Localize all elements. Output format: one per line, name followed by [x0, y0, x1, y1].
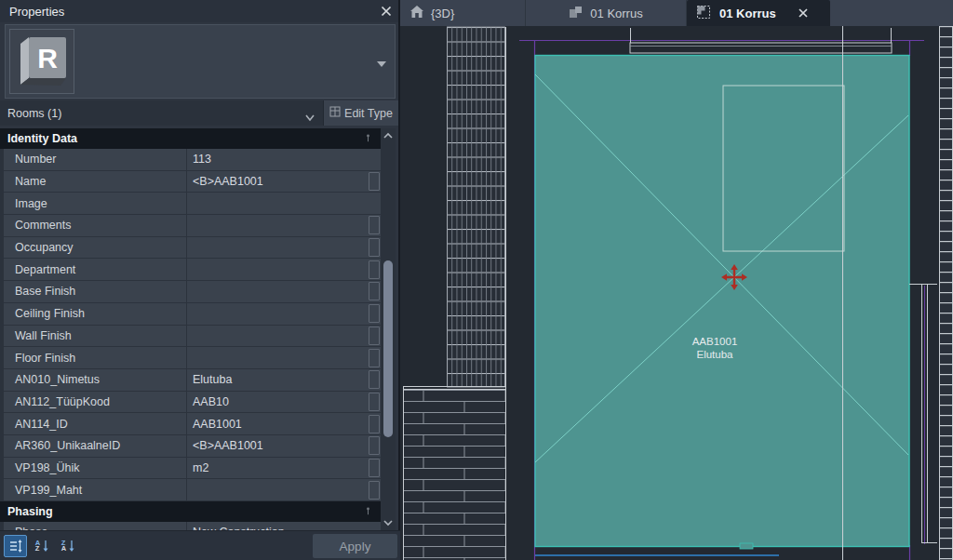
elevation-icon [569, 6, 583, 21]
associate-parameter-box[interactable] [369, 459, 380, 477]
parameter-box-cell [367, 369, 381, 391]
parameter-box-cell [367, 413, 381, 434]
property-row[interactable]: VP198_Ühikm2 [4, 458, 381, 480]
tab-01-korrus-inactive[interactable]: 01 Korrus [526, 0, 687, 26]
close-icon[interactable] [380, 5, 393, 18]
rooms-filter-dropdown[interactable]: Rooms (1) [0, 100, 324, 126]
chevron-down-icon[interactable] [376, 55, 387, 72]
section-header[interactable]: Identity Data [0, 128, 381, 149]
view-tab-bar: {3D} 01 Korrus 01 Korrus [400, 0, 953, 26]
property-label: AN114_ID [4, 413, 187, 434]
section-header[interactable]: Phasing [0, 501, 381, 522]
associate-parameter-box[interactable] [369, 349, 380, 367]
parameter-box-cell [367, 458, 381, 479]
room-region[interactable] [535, 56, 909, 547]
property-value[interactable]: Elutuba [187, 373, 367, 386]
property-label: Department [4, 259, 187, 280]
property-label: VP199_Maht [4, 479, 187, 500]
tab-01-korrus-active[interactable]: 01 Korrus [687, 0, 830, 26]
associate-parameter-box[interactable] [369, 238, 380, 257]
associate-parameter-box[interactable] [369, 393, 380, 411]
associate-parameter-box[interactable] [369, 172, 380, 191]
associate-parameter-box[interactable] [369, 260, 380, 279]
property-label: Occupancy [4, 237, 187, 259]
property-row[interactable]: Name<B>AAB1001 [4, 171, 381, 193]
rooms-filter-label: Rooms (1) [0, 107, 61, 120]
tab-close-icon[interactable] [798, 7, 809, 19]
grid-hatch-wall[interactable] [448, 27, 505, 387]
tab-3d-view[interactable]: {3D} [402, 0, 526, 26]
parameter-box-cell [367, 347, 381, 368]
property-row[interactable]: Base Finish [4, 281, 381, 303]
property-label: Wall Finish [4, 326, 187, 347]
property-value[interactable]: <B>AAB1001 [187, 439, 367, 452]
property-label: AN010_Nimetus [4, 369, 187, 391]
associate-parameter-box[interactable] [369, 282, 380, 300]
parameter-box-cell [367, 281, 381, 302]
associate-parameter-box[interactable] [369, 481, 380, 500]
property-label: AR360_UnikaalneID [4, 435, 187, 457]
parameter-box-cell [367, 303, 381, 325]
associate-parameter-box[interactable] [369, 327, 380, 345]
property-row[interactable]: Ceiling Finish [4, 303, 381, 326]
property-row[interactable]: Department [4, 259, 381, 281]
sort-ascending-button[interactable]: AZ [31, 535, 54, 557]
parameter-box-cell [367, 149, 381, 170]
room-label-name[interactable]: Elutuba [696, 349, 733, 360]
property-row[interactable]: AN010_NimetusElutuba [4, 369, 381, 392]
default-sort-button[interactable] [4, 535, 27, 557]
scroll-down-icon[interactable] [381, 515, 396, 530]
scrollbar-thumb[interactable] [383, 260, 393, 437]
scroll-up-icon[interactable] [381, 128, 396, 143]
pin-icon[interactable] [357, 132, 371, 145]
property-value[interactable]: m2 [187, 461, 367, 474]
property-label: Ceiling Finish [4, 303, 187, 325]
parameter-box-cell [367, 237, 381, 259]
edit-type-label: Edit Type [344, 107, 393, 120]
room-edge-notch [740, 543, 753, 549]
property-row[interactable]: Floor Finish [4, 347, 381, 369]
property-row[interactable]: AR360_UnikaalneID<B>AAB1001 [4, 435, 381, 458]
property-row[interactable]: VP199_Maht [4, 479, 381, 501]
parameter-box-cell [367, 522, 381, 530]
property-row[interactable]: Wall Finish [4, 326, 381, 348]
parameter-box-cell [367, 392, 381, 413]
brick-hatch-wall[interactable] [403, 390, 505, 560]
chevron-down-icon [304, 109, 315, 126]
property-row[interactable]: Number113 [4, 149, 381, 171]
property-row[interactable]: PhaseNew Construction [4, 522, 381, 530]
associate-parameter-box[interactable] [369, 370, 380, 389]
property-label: AN112_TüüpKood [4, 392, 187, 413]
property-row[interactable]: Occupancy [4, 237, 381, 260]
property-value[interactable]: 113 [187, 153, 367, 166]
property-row[interactable]: AN114_IDAAB1001 [4, 413, 381, 435]
floor-plan-icon [696, 5, 711, 22]
pin-icon[interactable] [357, 505, 371, 518]
property-label: Number [4, 149, 187, 170]
sort-descending-button[interactable]: ZA [57, 535, 80, 557]
associate-parameter-box[interactable] [369, 436, 380, 455]
property-row[interactable]: Image [4, 193, 381, 215]
property-value[interactable]: <B>AAB1001 [187, 175, 367, 188]
floor-plan-view[interactable]: AAB1001 Elutuba [400, 26, 953, 560]
associate-parameter-box[interactable] [369, 216, 380, 234]
associate-parameter-box[interactable] [369, 415, 380, 433]
ladder-hatch-wall[interactable] [939, 26, 953, 560]
scrollbar[interactable] [381, 128, 396, 530]
properties-panel: Properties R Rooms (1) [0, 0, 400, 560]
property-row[interactable]: AN112_TüüpKoodAAB10 [4, 392, 381, 414]
property-value[interactable]: AAB10 [187, 395, 367, 408]
property-label: Name [4, 171, 187, 193]
apply-button[interactable]: Apply [313, 534, 397, 558]
property-value[interactable]: AAB1001 [187, 418, 367, 431]
properties-title: Properties [0, 5, 64, 19]
home-icon [409, 5, 424, 21]
room-label-id[interactable]: AAB1001 [692, 336, 738, 347]
property-label: Phase [4, 522, 187, 530]
section-title: Phasing [0, 505, 53, 518]
edit-type-button[interactable]: Edit Type [324, 100, 398, 126]
properties-titlebar[interactable]: Properties [0, 0, 398, 22]
property-row[interactable]: Comments [4, 215, 381, 237]
associate-parameter-box[interactable] [369, 304, 380, 323]
type-selector[interactable]: R [5, 24, 396, 99]
